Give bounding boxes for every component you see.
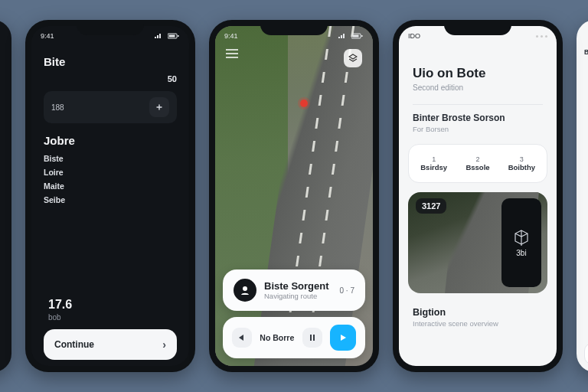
- map-badge: 3127: [416, 198, 446, 214]
- edge-left-section: Jobre: [0, 85, 4, 94]
- edge-left-title: Bite: [0, 41, 4, 53]
- map-thumbnail[interactable]: 3bi: [501, 198, 541, 287]
- more-icon[interactable]: [536, 35, 547, 38]
- metric-row: 50: [31, 70, 189, 88]
- player-controls: No Borre: [223, 317, 365, 358]
- status-time: 9:41: [224, 32, 238, 40]
- info-block: Binter Broste Sorson For Borsen: [399, 105, 557, 133]
- thumb-label: 3bi: [516, 249, 526, 257]
- edge-right-card[interactable]: Sbore: [584, 343, 588, 364]
- cta-label: Continue: [54, 339, 94, 350]
- chevron-right-icon: ›: [162, 338, 166, 351]
- section-title: Bite: [31, 51, 189, 70]
- notch: [77, 20, 144, 35]
- metric-value: 50: [168, 74, 177, 83]
- info-sub: For Borsen: [413, 125, 543, 133]
- chip-value: 188: [51, 103, 64, 112]
- page-subtitle: Second edition: [413, 83, 543, 92]
- avatar: [234, 279, 256, 302]
- phone1-footer: 17.6 bob Continue ›: [38, 298, 183, 360]
- page-title: Uio on Bote: [413, 66, 543, 81]
- pause-icon[interactable]: [302, 328, 322, 348]
- signal-icon: [338, 33, 347, 39]
- edge-left-stat: 17.6: [0, 343, 4, 354]
- bottom-sheet: Biste Sorgent Navigating route 0 · 7 No …: [223, 270, 365, 358]
- svg-rect-4: [353, 35, 359, 38]
- list-item[interactable]: Maite: [44, 179, 177, 193]
- footer-block: Bigtion Interactive scene overview: [399, 302, 557, 328]
- edge-panel-right: Bitdo Bsreo Sbore: [577, 20, 588, 372]
- chip-row[interactable]: 188: [44, 91, 177, 123]
- svg-point-6: [243, 286, 247, 291]
- battery-icon: [168, 33, 180, 39]
- cube-icon: [513, 229, 530, 246]
- edge-panel-left: Bite Jobre 17.6 bob: [0, 20, 11, 372]
- list: Biste Loire Maite Seibe: [31, 149, 189, 210]
- edge-left-stat-sub: bob: [0, 354, 4, 364]
- signal-icon: [154, 33, 163, 39]
- notch: [444, 20, 511, 35]
- section-title: Jobre: [31, 129, 189, 149]
- phone-detail: IDO Uio on Bote Second edition Binter Br…: [393, 20, 563, 372]
- svg-rect-1: [169, 35, 175, 38]
- map-view[interactable]: 9:41 Biste Sorgent Navigating route: [215, 26, 373, 366]
- chip-action-icon[interactable]: [149, 97, 169, 117]
- info-title: Binter Broste Sorson: [413, 113, 543, 123]
- list-item[interactable]: Biste: [44, 152, 177, 165]
- status-time: 9:41: [41, 32, 54, 40]
- footer-stat: 17.6: [38, 298, 183, 313]
- primary-cta-button[interactable]: Continue ›: [44, 329, 177, 360]
- notch: [260, 20, 328, 35]
- map-preview[interactable]: 3127 3bi: [408, 192, 547, 293]
- phone-map: 9:41 Biste Sorgent Navigating route: [209, 20, 379, 372]
- phone1-body: Bite 50 188 Jobre Biste Loire Maite Seib…: [31, 46, 189, 210]
- segmented-control: 1Bsirdsy 2Bssole 3Boibthy: [408, 144, 547, 183]
- tab-option[interactable]: 1Bsirdsy: [413, 151, 454, 176]
- menu-icon[interactable]: [226, 49, 238, 58]
- list-item[interactable]: Loire: [44, 165, 177, 179]
- footer-title: Bigtion: [413, 307, 543, 318]
- layers-icon[interactable]: [344, 49, 362, 67]
- route-title: Biste Sorgent: [264, 280, 329, 292]
- controls-label: No Borre: [260, 333, 294, 342]
- list-item[interactable]: Seibe: [44, 193, 177, 207]
- route-card[interactable]: Biste Sorgent Navigating route 0 · 7: [223, 270, 365, 311]
- brand-label: IDO: [408, 32, 420, 40]
- phone-dark-list: 9:41 Bite 50 188 Jobre: [25, 20, 195, 372]
- edge-right-title: Bitdo Bsreo: [584, 47, 588, 57]
- svg-rect-5: [361, 35, 363, 37]
- footer-stat-sub: bob: [38, 313, 183, 329]
- route-meta: 0 · 7: [340, 286, 354, 295]
- battery-icon: [351, 33, 364, 39]
- play-button[interactable]: [330, 325, 356, 351]
- route-sub: Navigating route: [264, 292, 329, 300]
- prev-icon[interactable]: [232, 328, 252, 348]
- svg-rect-2: [178, 35, 179, 37]
- page-header: Uio on Bote Second edition: [399, 46, 557, 96]
- tab-option[interactable]: 3Boibthy: [501, 151, 542, 176]
- tab-option[interactable]: 2Bssole: [457, 151, 498, 176]
- footer-sub: Interactive scene overview: [413, 319, 543, 328]
